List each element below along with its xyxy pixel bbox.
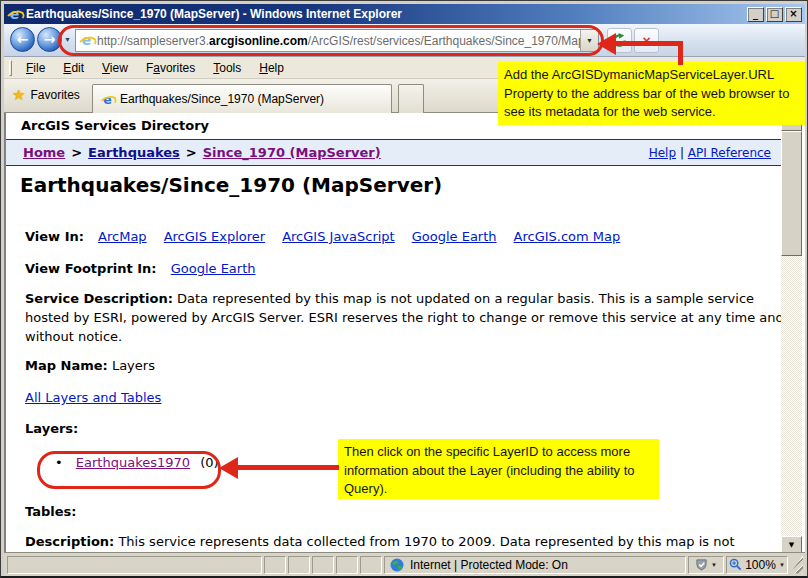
status-cell bbox=[336, 556, 358, 574]
tab-favicon: e bbox=[101, 92, 115, 106]
status-cell bbox=[288, 556, 310, 574]
vertical-scrollbar[interactable]: ▲ ▼ bbox=[781, 113, 802, 554]
view-in-link[interactable]: Google Earth bbox=[412, 229, 497, 244]
site-title: ArcGIS Services Directory bbox=[21, 118, 209, 133]
menu-item[interactable]: View bbox=[93, 58, 137, 78]
view-in-links: ArcMapArcGIS ExplorerArcGIS JavaScriptGo… bbox=[98, 229, 637, 244]
zoom-control[interactable]: 100% ▼ bbox=[726, 556, 788, 574]
view-in-link[interactable]: ArcGIS Explorer bbox=[164, 229, 266, 244]
page-title: Earthquakes/Since_1970 (MapServer) bbox=[20, 173, 442, 197]
menu-items: FileEditViewFavoritesToolsHelp bbox=[17, 58, 293, 78]
top-links: Help | API Reference bbox=[649, 146, 771, 160]
tables-label: Tables: bbox=[25, 504, 76, 519]
breadcrumb: Home > Earthquakes > Since_1970 (MapServ… bbox=[6, 139, 783, 166]
annotation-arrow-address-line bbox=[613, 41, 683, 46]
view-in-link[interactable]: ArcGIS JavaScript bbox=[282, 229, 395, 244]
security-zone-segment: Internet | Protected Mode: On bbox=[384, 556, 686, 574]
status-message-area bbox=[7, 556, 262, 574]
favorites-label: Favorites bbox=[30, 88, 79, 102]
zone-text: Internet | Protected Mode: On bbox=[410, 558, 568, 572]
view-footprint-label: View Footprint In: bbox=[25, 261, 157, 276]
top-links-divider: | bbox=[680, 146, 684, 160]
view-in-link[interactable]: ArcMap bbox=[98, 229, 147, 244]
service-description: Service Description: Data represented by… bbox=[25, 289, 790, 346]
service-description-label: Service Description: bbox=[25, 291, 173, 306]
status-cell bbox=[264, 556, 286, 574]
map-name-value: Layers bbox=[112, 358, 155, 373]
favorites-button[interactable]: ★ Favorites bbox=[12, 86, 80, 104]
status-bar: Internet | Protected Mode: On ▼ 100% ▼ bbox=[4, 552, 805, 576]
menu-item[interactable]: File bbox=[17, 58, 54, 78]
all-layers-row: All Layers and Tables bbox=[25, 390, 161, 405]
description-label: Description: bbox=[25, 534, 114, 549]
menu-item[interactable]: Help bbox=[250, 58, 293, 78]
menu-item[interactable]: Favorites bbox=[137, 58, 204, 78]
map-name-row: Map Name: Layers bbox=[25, 358, 155, 373]
zoom-magnifier-icon bbox=[729, 558, 742, 571]
menu-item[interactable]: Tools bbox=[204, 58, 250, 78]
view-in-label: View In: bbox=[25, 229, 84, 244]
annotation-arrow-address-elbow bbox=[678, 41, 683, 65]
api-reference-link[interactable]: API Reference bbox=[688, 146, 771, 160]
security-dropdown-icon: ▼ bbox=[711, 562, 717, 568]
status-cell bbox=[312, 556, 334, 574]
annotation-note-layers: Then click on the specific LayerID to ac… bbox=[338, 439, 659, 499]
scrollbar-thumb[interactable] bbox=[781, 131, 802, 256]
new-tab-button[interactable] bbox=[398, 84, 424, 113]
annotation-ellipse-address-bar bbox=[58, 25, 604, 56]
tab-title: Earthquakes/Since_1970 (MapServer) bbox=[120, 92, 324, 106]
back-button[interactable]: ← bbox=[10, 27, 35, 52]
view-in-link[interactable]: ArcGIS.com Map bbox=[514, 229, 621, 244]
layers-label: Layers: bbox=[25, 421, 78, 436]
map-name-label: Map Name: bbox=[25, 358, 108, 373]
all-layers-and-tables-link[interactable]: All Layers and Tables bbox=[25, 390, 161, 405]
window-title: Earthquakes/Since_1970 (MapServer) - Win… bbox=[26, 7, 745, 21]
annotation-arrow-layer-line bbox=[235, 465, 339, 470]
help-link[interactable]: Help bbox=[649, 146, 676, 160]
annotation-ellipse-layer bbox=[37, 451, 221, 489]
status-cell bbox=[360, 556, 382, 574]
annotation-note-address: Add the ArcGISDymanicMapServiceLayer.URL… bbox=[498, 62, 805, 125]
breadcrumb-separator: > bbox=[71, 145, 82, 160]
annotation-arrowhead-address bbox=[597, 33, 616, 55]
zoom-dropdown-icon: ▼ bbox=[779, 562, 785, 568]
tab-earthquakes[interactable]: e Earthquakes/Since_1970 (MapServer) bbox=[92, 84, 392, 113]
minimize-button[interactable]: _ bbox=[747, 7, 764, 22]
menu-item[interactable]: Edit bbox=[54, 58, 93, 78]
description: Description: This service represents dat… bbox=[25, 532, 795, 554]
toolbar-grip[interactable] bbox=[9, 60, 12, 76]
breadcrumb-separator: > bbox=[186, 145, 197, 160]
footprint-google-earth-link[interactable]: Google Earth bbox=[171, 261, 256, 276]
ie-logo-icon: e bbox=[7, 7, 22, 22]
breadcrumb-earthquakes[interactable]: Earthquakes bbox=[88, 145, 180, 160]
browser-window: e Earthquakes/Since_1970 (MapServer) - W… bbox=[0, 0, 808, 578]
inprivate-segment[interactable]: ▼ bbox=[688, 556, 724, 574]
view-footprint-row: View Footprint In: Google Earth bbox=[25, 261, 273, 276]
internet-globe-icon bbox=[390, 558, 404, 572]
breadcrumb-since-1970[interactable]: Since_1970 (MapServer) bbox=[203, 145, 381, 160]
view-in-row: View In: ArcMapArcGIS ExplorerArcGIS Jav… bbox=[25, 229, 637, 244]
zoom-value: 100% bbox=[745, 558, 776, 572]
breadcrumb-home[interactable]: Home bbox=[23, 145, 65, 160]
annotation-arrowhead-layer bbox=[219, 457, 238, 479]
security-shield-icon bbox=[695, 558, 708, 571]
favorites-star-icon: ★ bbox=[12, 86, 25, 104]
resize-grip[interactable] bbox=[790, 556, 803, 574]
maximize-button[interactable]: □ bbox=[766, 7, 783, 22]
close-button[interactable]: × bbox=[785, 7, 802, 22]
title-bar: e Earthquakes/Since_1970 (MapServer) - W… bbox=[4, 4, 805, 24]
